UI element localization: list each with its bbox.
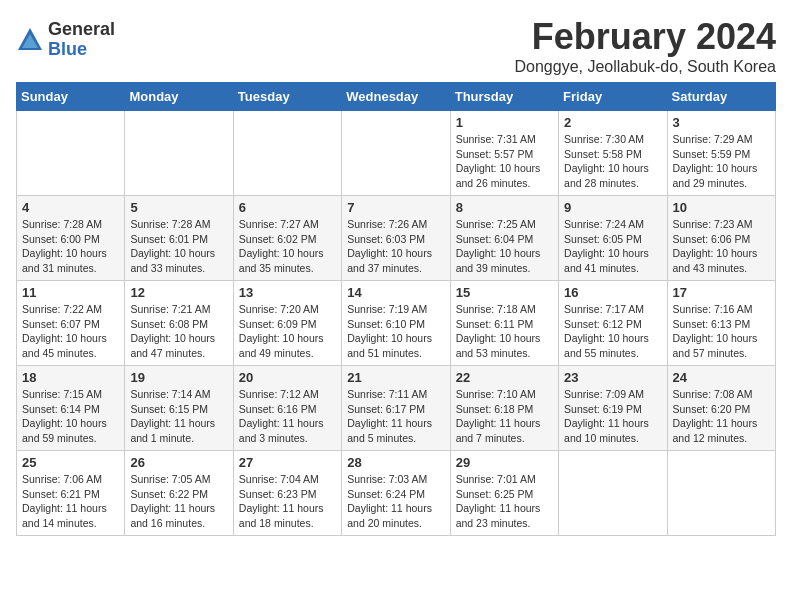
day-info: Sunrise: 7:11 AMSunset: 6:17 PMDaylight:…	[347, 387, 444, 446]
calendar-cell: 24Sunrise: 7:08 AMSunset: 6:20 PMDayligh…	[667, 366, 775, 451]
calendar-day-header: Wednesday	[342, 83, 450, 111]
day-info: Sunrise: 7:30 AMSunset: 5:58 PMDaylight:…	[564, 132, 661, 191]
day-number: 2	[564, 115, 661, 130]
day-info: Sunrise: 7:06 AMSunset: 6:21 PMDaylight:…	[22, 472, 119, 531]
day-info: Sunrise: 7:22 AMSunset: 6:07 PMDaylight:…	[22, 302, 119, 361]
logo: General Blue	[16, 20, 115, 60]
day-number: 12	[130, 285, 227, 300]
day-info: Sunrise: 7:04 AMSunset: 6:23 PMDaylight:…	[239, 472, 336, 531]
calendar-cell: 13Sunrise: 7:20 AMSunset: 6:09 PMDayligh…	[233, 281, 341, 366]
page-header: General Blue February 2024 Donggye, Jeol…	[16, 16, 776, 76]
calendar-cell: 16Sunrise: 7:17 AMSunset: 6:12 PMDayligh…	[559, 281, 667, 366]
day-info: Sunrise: 7:18 AMSunset: 6:11 PMDaylight:…	[456, 302, 553, 361]
calendar-cell: 8Sunrise: 7:25 AMSunset: 6:04 PMDaylight…	[450, 196, 558, 281]
day-number: 5	[130, 200, 227, 215]
day-info: Sunrise: 7:29 AMSunset: 5:59 PMDaylight:…	[673, 132, 770, 191]
day-number: 19	[130, 370, 227, 385]
calendar-day-header: Saturday	[667, 83, 775, 111]
location-subtitle: Donggye, Jeollabuk-do, South Korea	[514, 58, 776, 76]
calendar-day-header: Monday	[125, 83, 233, 111]
calendar-week-row: 11Sunrise: 7:22 AMSunset: 6:07 PMDayligh…	[17, 281, 776, 366]
day-number: 29	[456, 455, 553, 470]
calendar-cell: 6Sunrise: 7:27 AMSunset: 6:02 PMDaylight…	[233, 196, 341, 281]
day-number: 26	[130, 455, 227, 470]
day-number: 22	[456, 370, 553, 385]
day-info: Sunrise: 7:26 AMSunset: 6:03 PMDaylight:…	[347, 217, 444, 276]
day-info: Sunrise: 7:14 AMSunset: 6:15 PMDaylight:…	[130, 387, 227, 446]
calendar-cell: 18Sunrise: 7:15 AMSunset: 6:14 PMDayligh…	[17, 366, 125, 451]
calendar-cell: 14Sunrise: 7:19 AMSunset: 6:10 PMDayligh…	[342, 281, 450, 366]
day-number: 28	[347, 455, 444, 470]
day-info: Sunrise: 7:08 AMSunset: 6:20 PMDaylight:…	[673, 387, 770, 446]
day-info: Sunrise: 7:28 AMSunset: 6:00 PMDaylight:…	[22, 217, 119, 276]
calendar-cell	[342, 111, 450, 196]
logo-icon	[16, 26, 44, 54]
calendar-cell: 23Sunrise: 7:09 AMSunset: 6:19 PMDayligh…	[559, 366, 667, 451]
day-info: Sunrise: 7:09 AMSunset: 6:19 PMDaylight:…	[564, 387, 661, 446]
day-info: Sunrise: 7:05 AMSunset: 6:22 PMDaylight:…	[130, 472, 227, 531]
calendar-day-header: Friday	[559, 83, 667, 111]
calendar-cell	[667, 451, 775, 536]
day-number: 16	[564, 285, 661, 300]
day-number: 8	[456, 200, 553, 215]
day-number: 18	[22, 370, 119, 385]
day-number: 20	[239, 370, 336, 385]
month-year-title: February 2024	[514, 16, 776, 58]
day-info: Sunrise: 7:16 AMSunset: 6:13 PMDaylight:…	[673, 302, 770, 361]
logo-general: General	[48, 20, 115, 40]
calendar-cell: 10Sunrise: 7:23 AMSunset: 6:06 PMDayligh…	[667, 196, 775, 281]
calendar-cell: 20Sunrise: 7:12 AMSunset: 6:16 PMDayligh…	[233, 366, 341, 451]
day-number: 4	[22, 200, 119, 215]
day-number: 1	[456, 115, 553, 130]
calendar-cell: 22Sunrise: 7:10 AMSunset: 6:18 PMDayligh…	[450, 366, 558, 451]
day-number: 17	[673, 285, 770, 300]
calendar-table: SundayMondayTuesdayWednesdayThursdayFrid…	[16, 82, 776, 536]
calendar-week-row: 25Sunrise: 7:06 AMSunset: 6:21 PMDayligh…	[17, 451, 776, 536]
calendar-day-header: Sunday	[17, 83, 125, 111]
day-number: 6	[239, 200, 336, 215]
logo-blue: Blue	[48, 40, 115, 60]
calendar-cell	[125, 111, 233, 196]
calendar-cell: 4Sunrise: 7:28 AMSunset: 6:00 PMDaylight…	[17, 196, 125, 281]
day-info: Sunrise: 7:19 AMSunset: 6:10 PMDaylight:…	[347, 302, 444, 361]
calendar-cell: 28Sunrise: 7:03 AMSunset: 6:24 PMDayligh…	[342, 451, 450, 536]
calendar-cell: 26Sunrise: 7:05 AMSunset: 6:22 PMDayligh…	[125, 451, 233, 536]
calendar-cell: 7Sunrise: 7:26 AMSunset: 6:03 PMDaylight…	[342, 196, 450, 281]
calendar-header-row: SundayMondayTuesdayWednesdayThursdayFrid…	[17, 83, 776, 111]
calendar-cell	[17, 111, 125, 196]
day-info: Sunrise: 7:28 AMSunset: 6:01 PMDaylight:…	[130, 217, 227, 276]
calendar-cell: 29Sunrise: 7:01 AMSunset: 6:25 PMDayligh…	[450, 451, 558, 536]
day-number: 13	[239, 285, 336, 300]
day-number: 23	[564, 370, 661, 385]
day-number: 7	[347, 200, 444, 215]
day-number: 3	[673, 115, 770, 130]
day-info: Sunrise: 7:15 AMSunset: 6:14 PMDaylight:…	[22, 387, 119, 446]
day-number: 15	[456, 285, 553, 300]
day-info: Sunrise: 7:24 AMSunset: 6:05 PMDaylight:…	[564, 217, 661, 276]
day-info: Sunrise: 7:12 AMSunset: 6:16 PMDaylight:…	[239, 387, 336, 446]
calendar-week-row: 18Sunrise: 7:15 AMSunset: 6:14 PMDayligh…	[17, 366, 776, 451]
calendar-week-row: 4Sunrise: 7:28 AMSunset: 6:00 PMDaylight…	[17, 196, 776, 281]
calendar-cell: 11Sunrise: 7:22 AMSunset: 6:07 PMDayligh…	[17, 281, 125, 366]
day-info: Sunrise: 7:23 AMSunset: 6:06 PMDaylight:…	[673, 217, 770, 276]
calendar-cell	[559, 451, 667, 536]
day-info: Sunrise: 7:17 AMSunset: 6:12 PMDaylight:…	[564, 302, 661, 361]
calendar-cell: 3Sunrise: 7:29 AMSunset: 5:59 PMDaylight…	[667, 111, 775, 196]
day-info: Sunrise: 7:25 AMSunset: 6:04 PMDaylight:…	[456, 217, 553, 276]
calendar-cell	[233, 111, 341, 196]
day-info: Sunrise: 7:10 AMSunset: 6:18 PMDaylight:…	[456, 387, 553, 446]
day-info: Sunrise: 7:27 AMSunset: 6:02 PMDaylight:…	[239, 217, 336, 276]
calendar-cell: 1Sunrise: 7:31 AMSunset: 5:57 PMDaylight…	[450, 111, 558, 196]
day-number: 25	[22, 455, 119, 470]
calendar-cell: 15Sunrise: 7:18 AMSunset: 6:11 PMDayligh…	[450, 281, 558, 366]
calendar-cell: 25Sunrise: 7:06 AMSunset: 6:21 PMDayligh…	[17, 451, 125, 536]
logo-text: General Blue	[48, 20, 115, 60]
day-number: 9	[564, 200, 661, 215]
calendar-cell: 17Sunrise: 7:16 AMSunset: 6:13 PMDayligh…	[667, 281, 775, 366]
calendar-cell: 21Sunrise: 7:11 AMSunset: 6:17 PMDayligh…	[342, 366, 450, 451]
day-info: Sunrise: 7:31 AMSunset: 5:57 PMDaylight:…	[456, 132, 553, 191]
calendar-day-header: Tuesday	[233, 83, 341, 111]
day-info: Sunrise: 7:21 AMSunset: 6:08 PMDaylight:…	[130, 302, 227, 361]
day-info: Sunrise: 7:20 AMSunset: 6:09 PMDaylight:…	[239, 302, 336, 361]
day-number: 27	[239, 455, 336, 470]
